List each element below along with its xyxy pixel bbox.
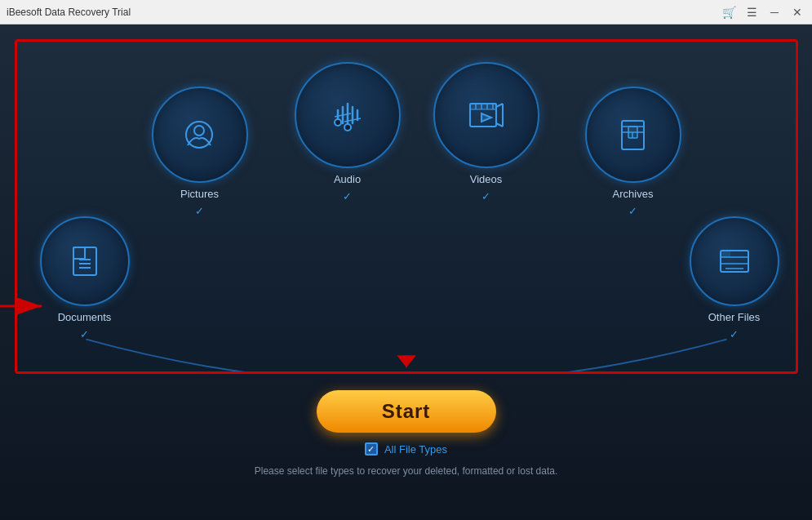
all-file-types-row: All File Types	[365, 442, 447, 456]
svg-point-6	[194, 126, 204, 136]
hint-text: Please select file types to recover your…	[255, 465, 558, 477]
videos-label: Videos	[470, 173, 503, 185]
svg-point-8	[344, 124, 351, 131]
videos-check: ✓	[481, 190, 490, 202]
archives-label: Archives	[613, 188, 654, 200]
pictures-check: ✓	[195, 205, 204, 217]
close-button[interactable]: ✕	[789, 4, 805, 20]
pictures-icon-group[interactable]: Pictures ✓	[152, 87, 248, 217]
archives-check: ✓	[628, 205, 637, 217]
archives-circle	[585, 87, 681, 183]
menu-icon[interactable]: ☰	[743, 4, 760, 20]
file-type-selection-panel: Documents ✓ Pictures ✓	[15, 39, 798, 374]
app-title: iBeesoft Data Recovery Trial	[7, 7, 721, 18]
other-files-circle	[690, 216, 779, 306]
all-file-types-label[interactable]: All File Types	[384, 443, 447, 456]
window-controls: 🛒 ☰ ─ ✕	[721, 4, 805, 20]
documents-label: Documents	[58, 311, 112, 323]
cart-icon[interactable]: 🛒	[721, 4, 737, 20]
icons-container: Documents ✓ Pictures ✓	[17, 42, 796, 371]
audio-icon-group[interactable]: Audio ✓	[295, 62, 401, 202]
videos-circle	[433, 62, 539, 168]
videos-icon-group[interactable]: Videos ✓	[433, 62, 539, 202]
pictures-circle	[152, 87, 248, 183]
svg-rect-1	[73, 247, 85, 259]
other-files-icon-group[interactable]: Other Files ✓	[690, 216, 779, 340]
documents-icon-group[interactable]: Documents ✓	[40, 216, 130, 340]
other-files-label: Other Files	[708, 311, 761, 323]
bottom-section: Start All File Types Please select file …	[255, 390, 558, 477]
svg-rect-12	[470, 104, 496, 109]
svg-point-7	[335, 119, 341, 126]
title-bar: iBeesoft Data Recovery Trial 🛒 ☰ ─ ✕	[0, 0, 812, 24]
all-file-types-checkbox[interactable]	[365, 442, 378, 456]
main-area: Documents ✓ Pictures ✓	[0, 24, 812, 520]
svg-line-19	[496, 123, 503, 127]
pictures-label: Pictures	[180, 188, 219, 200]
svg-rect-27	[721, 251, 730, 257]
documents-circle	[40, 216, 130, 306]
minimize-button[interactable]: ─	[766, 4, 783, 20]
audio-circle	[295, 62, 401, 168]
audio-check: ✓	[343, 190, 352, 202]
svg-marker-17	[481, 113, 491, 122]
other-files-check: ✓	[730, 328, 739, 340]
audio-label: Audio	[334, 173, 361, 185]
svg-marker-29	[397, 355, 416, 367]
start-button[interactable]: Start	[317, 390, 496, 433]
archives-icon-group[interactable]: Archives ✓	[585, 87, 681, 217]
svg-line-18	[496, 104, 503, 107]
documents-check: ✓	[80, 328, 89, 340]
